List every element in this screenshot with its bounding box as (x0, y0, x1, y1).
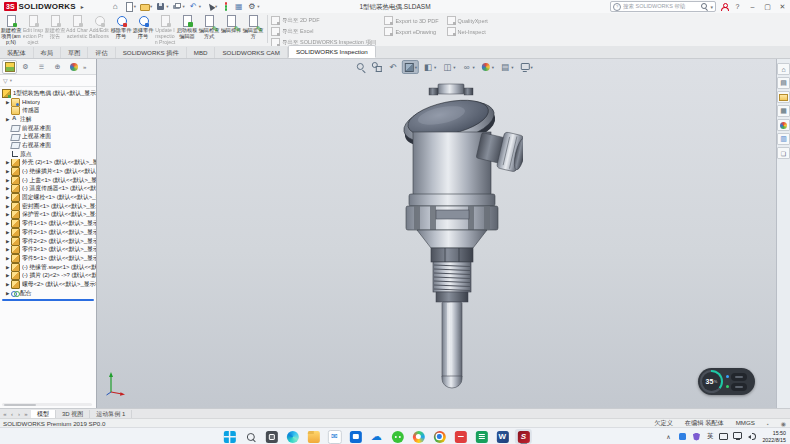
tray-icon[interactable] (719, 432, 728, 441)
taskbar-app[interactable] (221, 429, 238, 444)
tree-item[interactable]: ▶ 上视基准面 (0, 132, 96, 141)
tree-item[interactable]: ▶ 1型铠装热电偶 (默认<默认_显示状态-1 (0, 89, 96, 98)
filter-funnel-icon[interactable]: ▽ (3, 77, 8, 84)
ribbon-tab[interactable]: 装配体 (0, 47, 34, 58)
ribbon-tab[interactable]: 评估 (88, 47, 115, 58)
tree-item[interactable]: ▶ 零件1<1> (默认<<默认>_显示状态 (0, 219, 96, 228)
view-tool[interactable] (402, 60, 419, 74)
tree-item[interactable]: ▶ (-) 温度传感器<1> (默认<<默认>_ (0, 185, 96, 194)
ribbon-tab[interactable]: MBD (187, 47, 216, 58)
new-inspection-project-button[interactable]: 新建检查项目(amp;N) (0, 14, 22, 46)
tree-item[interactable]: ▶ 零件5<1> (默认<<默认>_显示状态 (0, 254, 96, 263)
tree-item[interactable]: ▶ 配合 (0, 289, 96, 298)
remove-balloons-button[interactable]: 移除零件序号 (110, 14, 132, 46)
search-icon[interactable] (701, 3, 708, 10)
help-search-input[interactable]: ? 搜索 SOLIDWORKS 帮助 ▾ (610, 1, 716, 12)
logo-flyout-arrow-icon[interactable]: ▸ (81, 3, 84, 10)
ribbon-tab[interactable]: 草图 (61, 47, 88, 58)
tree-item[interactable]: ▶ 外壳 (2)<1> (默认<<默认>_显示状 (0, 159, 96, 168)
task-pane-icon[interactable] (777, 63, 790, 75)
tree-item[interactable]: ▶ History (0, 98, 96, 107)
taskbar-app[interactable] (431, 429, 448, 444)
select-balloons-button[interactable]: 选择零件序号 (132, 14, 154, 46)
display-grid-icon[interactable] (233, 1, 244, 12)
tree-item[interactable]: ▶ (-) 绝缘插片<1> (默认<<默认>_显示 (0, 167, 96, 176)
tray-icon[interactable] (664, 432, 673, 441)
filter-caret-icon[interactable]: ▾ (10, 78, 12, 83)
launch-template-editor-button[interactable]: 启动模板编辑器 (176, 14, 198, 46)
edit-inspection-project-button[interactable]: Edit Inspection Project (22, 14, 44, 46)
rebuild-icon[interactable] (220, 1, 231, 12)
tray-icon[interactable] (747, 432, 756, 441)
scrollbar-thumb[interactable] (4, 404, 36, 406)
restore-button[interactable]: ▢ (762, 0, 773, 13)
tree-item[interactable]: ▶ (-) 插片 (2)<2> ->? (默认<<默认> (0, 271, 96, 280)
panel-tab[interactable] (66, 60, 81, 74)
rollback-bar[interactable] (2, 299, 94, 301)
add-edit-balloons-button[interactable]: Add/Edit Balloons (88, 14, 110, 46)
tree-item[interactable]: ▶ 原点 (0, 150, 96, 159)
tree-item[interactable]: ▶ (-) 绝缘管.step<1> (默认<<默认> (0, 263, 96, 272)
tree-item[interactable]: ▶ 前视基准面 (0, 124, 96, 133)
taskbar-app[interactable] (368, 429, 385, 444)
view-tool[interactable] (517, 60, 534, 74)
view-tool[interactable] (479, 60, 496, 74)
export-menu-item[interactable]: 导出至 2D PDF (271, 16, 376, 25)
close-button[interactable]: ✕ (777, 0, 788, 13)
panel-tab[interactable] (18, 60, 33, 74)
tree-item[interactable]: ▶ 零件3<1> (默认<<默认>_显示状态 (0, 245, 96, 254)
widget-button-bottom[interactable] (731, 383, 747, 391)
panel-tab[interactable] (34, 60, 49, 74)
taskbar-app[interactable] (326, 429, 343, 444)
task-pane-icon[interactable] (777, 119, 790, 131)
graphics-viewport[interactable]: 35% (97, 59, 777, 408)
view-tool[interactable] (440, 60, 457, 74)
view-tool[interactable] (460, 60, 477, 74)
task-pane-icon[interactable] (777, 147, 790, 159)
print-icon[interactable] (171, 1, 185, 12)
task-pane-icon[interactable] (777, 105, 790, 117)
widget-button-top[interactable] (731, 373, 747, 381)
update-inspection-project-button[interactable]: Update Inspection Project (154, 14, 176, 46)
view-tool[interactable] (354, 60, 368, 74)
minimize-button[interactable]: – (747, 0, 758, 13)
taskbar-app[interactable] (242, 429, 259, 444)
taskbar-clock[interactable]: 15:50 2022/8/15 (762, 430, 786, 443)
export-menu-item[interactable]: Export to 3D PDF (384, 16, 438, 25)
open-icon[interactable] (139, 1, 153, 12)
undo-icon[interactable] (188, 1, 202, 12)
taskbar-app[interactable] (410, 429, 427, 444)
tree-item[interactable]: ▶ 注解 (0, 115, 96, 124)
home-icon[interactable] (110, 1, 121, 12)
taskbar-app[interactable] (452, 429, 469, 444)
tree-item[interactable]: ▶ 保护管<1> (默认<<默认>_显示状 (0, 211, 96, 220)
tree-item[interactable]: ▶ 传感器 (0, 106, 96, 115)
taskbar-app[interactable] (389, 429, 406, 444)
task-pane-icon[interactable] (777, 91, 790, 103)
taskbar-app[interactable] (515, 429, 532, 444)
tree-item[interactable]: ▶ (-) 上盖<1> (默认<<默认>_显示状 (0, 176, 96, 185)
new-inspection-report-button[interactable]: 新建检查报告 (44, 14, 66, 46)
ribbon-tab[interactable]: SOLIDWORKS Inspection (288, 45, 376, 58)
tree-item[interactable]: ▶ 零件2<1> (默认<<默认>_显示状态 (0, 228, 96, 237)
status-customize-icon[interactable]: ◉ (781, 420, 786, 427)
ime-language-indicator[interactable]: 英 (707, 432, 714, 441)
tree-item[interactable]: ▶ 右视基准面 (0, 141, 96, 150)
panel-tabs-overflow-icon[interactable]: » (83, 64, 86, 70)
help-button[interactable]: ? (732, 0, 743, 13)
taskbar-app[interactable] (284, 429, 301, 444)
ribbon-tab[interactable]: 布局 (34, 47, 61, 58)
task-pane-icon[interactable] (777, 77, 790, 89)
add-characteristic-button[interactable]: Add Characteristic (66, 14, 88, 46)
tree-item[interactable]: ▶ 固定螺栓<1> (默认<<默认>_显示状 (0, 193, 96, 202)
export-menu-item[interactable]: Net-Inspect (447, 27, 488, 36)
taskbar-app[interactable] (473, 429, 490, 444)
taskbar-app[interactable] (305, 429, 322, 444)
task-pane-icon[interactable] (777, 133, 790, 145)
search-caret-icon[interactable]: ▾ (710, 4, 713, 10)
login-user-icon[interactable] (720, 3, 728, 11)
tray-icon[interactable] (692, 432, 701, 441)
model-3d[interactable] (383, 82, 523, 390)
tree-item[interactable]: ▶ 密封圈<1> (默认<<默认>_显示状 (0, 202, 96, 211)
panel-tab[interactable] (2, 60, 17, 74)
